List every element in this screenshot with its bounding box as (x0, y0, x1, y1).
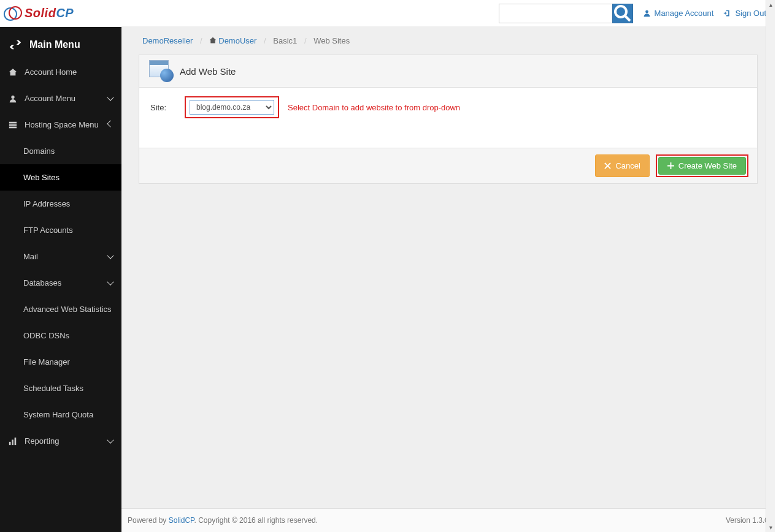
sidebar-item-file-manager[interactable]: File Manager (0, 349, 121, 375)
sidebar-item-label: ODBC DSNs (23, 331, 113, 340)
sidebar-item-label: IP Addresses (23, 199, 113, 208)
brand-text-solid: Solid (25, 6, 56, 20)
breadcrumb-section: Web Sites (313, 36, 350, 45)
sidebar-item-hosting-space-menu[interactable]: Hosting Space Menu (0, 112, 121, 138)
search-icon (613, 4, 632, 23)
breadcrumb-reseller[interactable]: DemoReseller (142, 36, 193, 45)
chevron-down-icon (107, 252, 113, 259)
svg-line-1 (625, 16, 630, 21)
site-hint: Select Domain to add website to from dro… (288, 103, 460, 112)
sidebar-item-ftp-accounts[interactable]: FTP Accounts (0, 217, 121, 243)
home-icon (209, 37, 217, 44)
chevron-down-icon (107, 94, 113, 101)
sidebar-item-system-hard-quota[interactable]: System Hard Quota (0, 401, 121, 428)
create-label: Create Web Site (678, 161, 737, 170)
site-select[interactable]: blog.demo.co.za (190, 100, 274, 115)
sidebar-header: Main Menu (0, 31, 121, 59)
svg-rect-7 (9, 441, 11, 444)
sidebar-item-databases[interactable]: Databases (0, 270, 121, 296)
sidebar-item-ip-addresses[interactable]: IP Addresses (0, 191, 121, 217)
sidebar-item-account-menu[interactable]: Account Menu (0, 85, 121, 112)
create-website-button[interactable]: Create Web Site (658, 157, 746, 175)
add-website-panel: Add Web Site Site: blog.demo.co.za Selec… (139, 55, 758, 184)
footer-link[interactable]: SolidCP (169, 516, 194, 525)
sidebar-item-label: Mail (23, 252, 101, 261)
scroll-up-arrow[interactable]: ▴ (766, 0, 775, 9)
search-input[interactable] (499, 4, 612, 23)
breadcrumb-user[interactable]: DemoUser (218, 36, 256, 45)
site-label: Site: (150, 103, 185, 112)
chevron-down-icon (107, 436, 113, 443)
sidebar-item-domains[interactable]: Domains (0, 138, 121, 164)
sidebar-item-label: Databases (23, 278, 101, 287)
signout-icon (723, 9, 731, 17)
breadcrumb-plan: Basic1 (273, 36, 297, 45)
svg-point-3 (11, 95, 14, 98)
svg-rect-6 (9, 126, 17, 128)
cancel-label: Cancel (615, 161, 640, 170)
sidebar-item-odbc-dsns[interactable]: ODBC DSNs (0, 322, 121, 349)
sidebar-item-label: Account Home (25, 67, 113, 77)
sidebar-title: Main Menu (29, 39, 80, 50)
page-footer: Powered by SolidCP. Copyright © 2016 all… (121, 508, 775, 532)
global-search (499, 4, 633, 23)
site-combo-highlight: blog.demo.co.za (185, 96, 279, 118)
chevron-down-icon (107, 278, 113, 285)
website-icon (149, 60, 174, 82)
chart-icon (9, 437, 17, 446)
window-scrollbar[interactable]: ▴ ▾ (766, 0, 775, 532)
svg-point-2 (645, 10, 648, 13)
stack-icon (9, 121, 17, 129)
sidebar: Main Menu Account Home Account Menu Host… (0, 27, 121, 532)
sidebar-item-mail[interactable]: Mail (0, 243, 121, 270)
sidebar-item-label: Advanced Web Statistics (23, 305, 113, 314)
sidebar-item-label: Hosting Space Menu (25, 120, 101, 129)
chevron-left-icon (107, 120, 113, 127)
sidebar-item-label: Account Menu (25, 94, 101, 103)
sidebar-item-reporting[interactable]: Reporting (0, 428, 121, 454)
sign-out-label: Sign Out (735, 9, 766, 18)
sidebar-item-web-sites[interactable]: Web Sites (0, 164, 121, 191)
sidebar-item-label: FTP Accounts (23, 226, 113, 235)
create-button-highlight: Create Web Site (656, 154, 748, 177)
close-icon (604, 162, 611, 169)
content-area: DemoReseller / DemoUser / Basic1 / Web S… (121, 27, 775, 532)
home-icon (9, 68, 17, 77)
plus-icon (667, 162, 674, 169)
breadcrumb: DemoReseller / DemoUser / Basic1 / Web S… (121, 27, 775, 55)
footer-post: . Copyright © 2016 all rights reserved. (194, 516, 318, 525)
svg-point-0 (615, 6, 626, 17)
footer-version: Version 1.3.0 (726, 516, 769, 525)
svg-rect-8 (12, 439, 13, 445)
sidebar-item-label: System Hard Quota (23, 410, 113, 419)
sidebar-item-label: Web Sites (23, 173, 113, 182)
sidebar-item-advanced-web-statistics[interactable]: Advanced Web Statistics (0, 296, 121, 322)
footer-pre: Powered by (128, 516, 169, 525)
search-button[interactable] (612, 4, 633, 23)
sidebar-item-scheduled-tasks[interactable]: Scheduled Tasks (0, 375, 121, 401)
brand-logo[interactable]: SolidCP (4, 6, 74, 21)
user-icon (643, 9, 651, 17)
cancel-button[interactable]: Cancel (595, 154, 649, 177)
sidebar-item-label: Scheduled Tasks (23, 384, 113, 393)
user-icon (9, 94, 17, 103)
svg-rect-4 (9, 121, 17, 123)
svg-rect-5 (9, 124, 17, 126)
manage-account-label: Manage Account (655, 9, 714, 18)
brand-mark-icon (4, 6, 22, 21)
panel-header: Add Web Site (139, 55, 757, 88)
sidebar-item-label: Reporting (25, 436, 101, 446)
sidebar-item-label: Domains (23, 146, 113, 156)
swap-icon (9, 40, 22, 50)
top-bar: SolidCP Manage Account Sign Out (0, 0, 775, 27)
manage-account-link[interactable]: Manage Account (643, 9, 714, 18)
svg-rect-9 (15, 437, 17, 444)
panel-title: Add Web Site (180, 66, 236, 77)
sidebar-item-account-home[interactable]: Account Home (0, 59, 121, 85)
scroll-down-arrow[interactable]: ▾ (766, 523, 775, 532)
sign-out-link[interactable]: Sign Out (723, 9, 766, 18)
sidebar-item-label: File Manager (23, 357, 113, 367)
brand-text-cp: CP (56, 6, 74, 20)
